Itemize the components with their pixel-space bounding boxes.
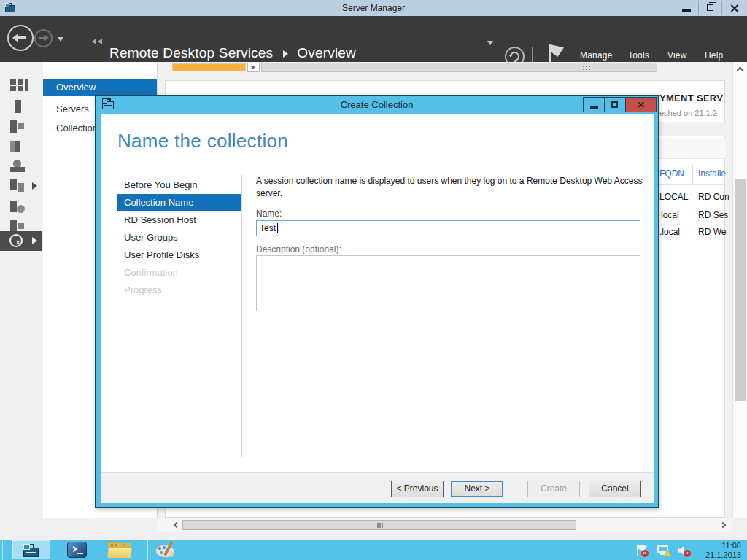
tray-date: 21.1.2013 (690, 551, 741, 560)
step-confirmation: Confirmation (117, 264, 241, 281)
cell-role: RD Con (698, 192, 729, 202)
dialog-close-button[interactable] (625, 97, 657, 112)
sidebar-icon-rail (0, 62, 42, 540)
dialog-minimize-button[interactable] (583, 97, 605, 112)
window-title: Server Manager (0, 0, 747, 16)
step-divider (241, 175, 242, 457)
dialog-window-controls (584, 97, 657, 112)
close-button[interactable] (721, 1, 745, 15)
breadcrumb-root[interactable]: Remote Desktop Services (109, 45, 273, 61)
deployment-servers-heading: YMENT SERV (659, 93, 723, 104)
taskbar: 11:08 21.1.2013 (0, 540, 747, 560)
column-header-installed[interactable]: Installe (698, 168, 726, 179)
step-rd-session-host[interactable]: RD Session Host (117, 211, 241, 229)
forward-icon[interactable] (34, 29, 53, 47)
step-user-profile-disks[interactable]: User Profile Disks (117, 246, 241, 264)
server-manager-app-icon (5, 3, 16, 13)
taskbar-divider (147, 540, 148, 560)
powershell-icon[interactable] (67, 542, 87, 558)
cancel-button[interactable]: Cancel (589, 481, 641, 497)
header-underline (647, 184, 726, 185)
tray-clock[interactable]: 11:08 21.1.2013 (690, 541, 741, 559)
tray-flag-icon[interactable] (636, 545, 649, 556)
previous-button[interactable]: < Previous (391, 481, 444, 497)
step-progress: Progress (117, 281, 241, 299)
wizard-step-list: Before You Begin Collection Name RD Sess… (117, 176, 241, 299)
wizard-heading: Name the collection (117, 130, 288, 152)
history-dropdown-icon[interactable] (58, 37, 63, 44)
step-before-you-begin[interactable]: Before You Begin (117, 176, 241, 194)
dialog-content: Name the collection Before You Begin Col… (101, 114, 654, 503)
column-header-fqdn[interactable]: FQDN (659, 168, 684, 179)
collection-description-textarea[interactable] (256, 255, 640, 311)
create-collection-dialog: Create Collection Name the collection Be… (95, 95, 659, 508)
cell-role: RD We (698, 227, 726, 237)
rds-icon (9, 234, 23, 247)
scroll-up-icon[interactable] (737, 67, 744, 74)
dialog-title: Create Collection (96, 96, 658, 114)
menu-tools[interactable]: Tools (628, 50, 649, 61)
scroll-right-icon[interactable] (720, 522, 726, 528)
sidebar-item-all-servers-icon[interactable] (10, 120, 29, 135)
dialog-footer: < Previous Next > Create Cancel (101, 472, 654, 503)
breadcrumb: Remote Desktop Services Overview (109, 45, 356, 61)
sidebar-item-local-server-icon[interactable] (10, 100, 29, 114)
scope-dropdown-icon[interactable] (487, 41, 493, 48)
sidebar-item-hyper-v-icon[interactable] (10, 201, 29, 215)
dialog-maximize-button[interactable] (604, 97, 626, 112)
horizontal-scrollbar[interactable] (157, 518, 732, 532)
minimize-button[interactable] (675, 1, 698, 15)
column-divider (692, 165, 693, 184)
taskbar-divider (53, 540, 53, 560)
breadcrumb-separator-icon (283, 50, 288, 58)
tray-volume-icon[interactable] (678, 545, 691, 556)
breadcrumb-current[interactable]: Overview (297, 45, 356, 61)
paint-icon[interactable] (155, 542, 177, 559)
collapsed-header-bar (261, 63, 657, 72)
menu-manage[interactable]: Manage (580, 50, 613, 61)
collapse-breadcrumb-icon[interactable] (92, 34, 104, 47)
description-label: Description (optional): (256, 244, 341, 254)
sidebar-item-file-storage-icon[interactable] (10, 179, 29, 194)
drag-grip-icon[interactable] (583, 66, 584, 67)
wizard-intro-text: A session collection name is displayed t… (256, 175, 650, 200)
file-explorer-icon[interactable] (108, 542, 131, 558)
window-controls (675, 1, 745, 15)
vertical-scroll-thumb[interactable] (735, 179, 746, 401)
sidebar-expand-file-storage-icon[interactable] (32, 182, 37, 190)
cell-fqdn: local (661, 210, 679, 220)
menu-help[interactable]: Help (705, 50, 723, 61)
horizontal-scroll-thumb[interactable] (182, 520, 576, 530)
back-icon[interactable] (7, 25, 34, 51)
window-titlebar: Server Manager (0, 0, 747, 16)
taskbar-divider (190, 540, 190, 560)
thumb-grip-icon (377, 523, 379, 528)
notification-bar (172, 63, 246, 71)
sidebar-expand-rds-icon[interactable] (32, 237, 37, 244)
cell-fqdn: LOCAL (659, 192, 688, 202)
taskbar-server-manager-button[interactable] (12, 540, 50, 559)
create-button[interactable]: Create (527, 481, 580, 497)
collection-name-input[interactable] (256, 220, 640, 236)
navigation-bar: Remote Desktop Services Overview Manage … (0, 16, 747, 62)
subnav-item-overview[interactable]: Overview (43, 79, 157, 96)
sidebar-item-dns-icon[interactable] (10, 160, 29, 174)
sidebar-item-ad-ds-icon[interactable] (10, 140, 29, 155)
cell-role: RD Ses (698, 210, 728, 220)
tray-network-icon[interactable] (657, 545, 672, 556)
server-manager-icon (23, 544, 39, 557)
last-refreshed-text: eshed on 21.1.2 (659, 109, 717, 117)
cell-fqdn: .local (659, 227, 680, 237)
notification-dropdown-button[interactable] (247, 63, 260, 72)
step-user-groups[interactable]: User Groups (117, 229, 241, 246)
sidebar-item-remote-desktop-services[interactable] (0, 231, 42, 251)
scroll-left-icon[interactable] (174, 522, 179, 528)
name-label: Name: (256, 209, 282, 219)
menu-view[interactable]: View (667, 50, 687, 61)
sidebar-item-dashboard-icon[interactable] (10, 79, 29, 94)
restore-button[interactable] (698, 1, 721, 15)
text-caret (277, 223, 278, 233)
vertical-scrollbar[interactable] (732, 62, 747, 518)
next-button[interactable]: Next > (451, 481, 503, 497)
step-collection-name[interactable]: Collection Name (117, 194, 241, 211)
